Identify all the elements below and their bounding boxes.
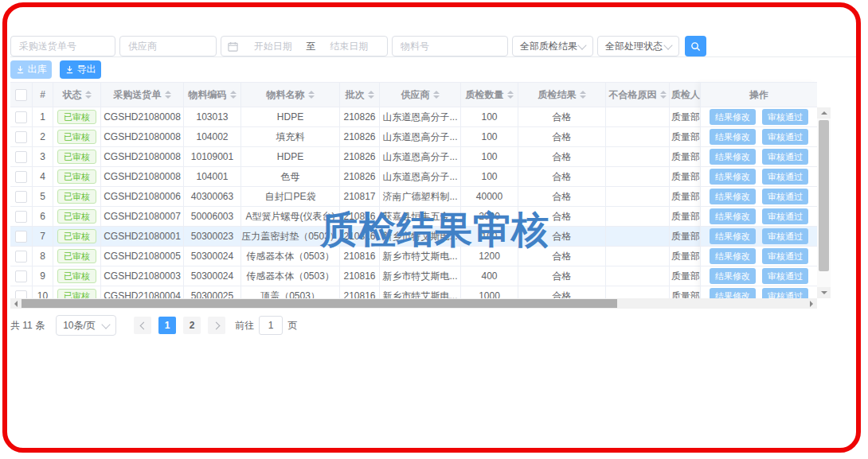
sort-carets-icon[interactable]: [230, 91, 237, 99]
operation-row: 结果修改审核通过: [701, 127, 817, 147]
sort-carets-icon[interactable]: [165, 91, 171, 99]
search-button[interactable]: [685, 36, 706, 56]
row-checkbox[interactable]: [15, 251, 27, 263]
material-no-input[interactable]: [392, 36, 508, 56]
modify-result-button[interactable]: 结果修改: [710, 268, 756, 284]
modify-result-button[interactable]: 结果修改: [710, 109, 756, 125]
modify-result-button[interactable]: 结果修改: [710, 169, 756, 185]
cell-order: CGSHD21080008: [101, 147, 184, 166]
page-size-select[interactable]: 10条/页: [56, 315, 116, 336]
outbound-button[interactable]: 出库: [10, 60, 52, 79]
sort-carets-icon[interactable]: [308, 91, 315, 99]
select-all-checkbox[interactable]: [15, 89, 27, 101]
cell-status: 已审核: [53, 147, 101, 166]
cell-checkbox: [10, 107, 33, 126]
approve-review-button[interactable]: 审核通过: [762, 288, 808, 298]
download-icon: [65, 65, 74, 74]
column-header-n: #: [33, 83, 53, 107]
sort-carets-icon[interactable]: [660, 91, 667, 99]
cell-checkbox: [10, 167, 33, 186]
approve-review-button[interactable]: 审核通过: [762, 109, 808, 125]
cell-n: 7: [33, 227, 53, 246]
column-header-status[interactable]: 状态: [53, 83, 101, 107]
chevron-down-icon: [577, 41, 586, 49]
cell-code: 104001: [184, 167, 241, 186]
scroll-down-icon[interactable]: [817, 287, 831, 298]
modify-result-button[interactable]: 结果修改: [710, 208, 756, 224]
sort-carets-icon[interactable]: [85, 91, 92, 99]
row-checkbox[interactable]: [15, 231, 27, 243]
horizontal-scrollbar[interactable]: [10, 298, 817, 309]
column-header-code[interactable]: 物料编码: [184, 83, 241, 107]
approve-review-button[interactable]: 审核通过: [762, 248, 808, 264]
row-checkbox[interactable]: [15, 171, 27, 183]
vertical-scrollbar-thumb[interactable]: [819, 120, 829, 271]
page-button-1[interactable]: 1: [158, 317, 176, 334]
cell-status: 已审核: [53, 286, 101, 298]
scroll-right-icon[interactable]: [806, 298, 817, 309]
operation-column-header: 操作: [701, 82, 817, 107]
cell-n: 3: [33, 147, 53, 166]
scroll-up-icon[interactable]: [817, 107, 831, 119]
sort-carets-icon[interactable]: [507, 91, 514, 99]
next-page-button[interactable]: [208, 317, 225, 334]
cell-order: CGSHD21080008: [101, 127, 184, 146]
modify-result-button[interactable]: 结果修改: [710, 189, 756, 204]
cell-status: 已审核: [53, 247, 101, 266]
approve-review-button[interactable]: 审核通过: [762, 149, 808, 165]
cell-n: 10: [33, 286, 53, 298]
modify-result-button[interactable]: 结果修改: [710, 288, 756, 298]
row-checkbox[interactable]: [15, 191, 27, 203]
approve-review-button[interactable]: 审核通过: [762, 268, 808, 284]
row-checkbox[interactable]: [15, 131, 27, 143]
modify-result-button[interactable]: 结果修改: [710, 248, 756, 264]
column-header-batch[interactable]: 批次: [340, 83, 380, 107]
date-separator: 至: [305, 40, 318, 53]
approve-review-button[interactable]: 审核通过: [762, 129, 808, 145]
sort-carets-icon[interactable]: [580, 91, 586, 99]
supplier-input[interactable]: [119, 36, 217, 56]
column-header-order[interactable]: 采购送货单: [101, 83, 184, 107]
scroll-left-icon[interactable]: [10, 298, 22, 309]
status-badge: 已审核: [57, 169, 96, 184]
table-body: 1已审核CGSHD21080008103013HDPE210826山东道恩高分子…: [10, 107, 817, 298]
approve-review-button[interactable]: 审核通过: [762, 189, 808, 204]
cell-status: 已审核: [53, 266, 101, 286]
inspection-result-select[interactable]: 全部质检结果: [512, 36, 593, 56]
approve-review-button[interactable]: 审核通过: [762, 169, 808, 185]
process-status-select[interactable]: 全部处理状态: [597, 36, 679, 56]
row-checkbox[interactable]: [15, 211, 27, 223]
cell-order: CGSHD21080004: [101, 286, 184, 298]
vertical-scrollbar[interactable]: [817, 107, 831, 298]
approve-review-button[interactable]: 审核通过: [762, 208, 808, 224]
cell-n: 6: [33, 207, 53, 226]
row-checkbox[interactable]: [15, 111, 27, 123]
goto-page-input[interactable]: [259, 316, 283, 335]
end-date-placeholder[interactable]: 结束日期: [318, 40, 381, 53]
export-button[interactable]: 导出: [60, 60, 101, 79]
column-header-name[interactable]: 物料名称: [241, 83, 340, 107]
table-row: 3已审核CGSHD2108000810109001HDPE210826山东道恩高…: [10, 147, 817, 167]
row-checkbox[interactable]: [15, 290, 27, 299]
date-range-picker[interactable]: 开始日期 至 结束日期: [221, 36, 388, 56]
cell-code: 10109001: [184, 147, 241, 166]
approve-review-button[interactable]: 审核通过: [762, 228, 808, 244]
cell-name: 色母: [241, 167, 340, 186]
modify-result-button[interactable]: 结果修改: [710, 129, 756, 145]
sort-carets-icon[interactable]: [433, 91, 440, 99]
sort-carets-icon[interactable]: [368, 91, 374, 99]
column-header-reason[interactable]: 不合格原因: [606, 83, 670, 107]
column-header-supplier[interactable]: 供应商: [380, 83, 461, 107]
order-no-input[interactable]: [10, 36, 115, 56]
row-checkbox[interactable]: [15, 151, 27, 163]
modify-result-button[interactable]: 结果修改: [710, 149, 756, 165]
page-button-2[interactable]: 2: [183, 317, 201, 334]
modify-result-button[interactable]: 结果修改: [710, 228, 756, 244]
column-header-result[interactable]: 质检结果: [518, 83, 606, 107]
column-header-qty[interactable]: 质检数量: [461, 83, 518, 107]
row-checkbox[interactable]: [15, 270, 27, 282]
cell-checkbox: [10, 286, 33, 298]
prev-page-button[interactable]: [134, 317, 151, 334]
start-date-placeholder[interactable]: 开始日期: [241, 40, 305, 53]
horizontal-scrollbar-thumb[interactable]: [22, 299, 617, 308]
